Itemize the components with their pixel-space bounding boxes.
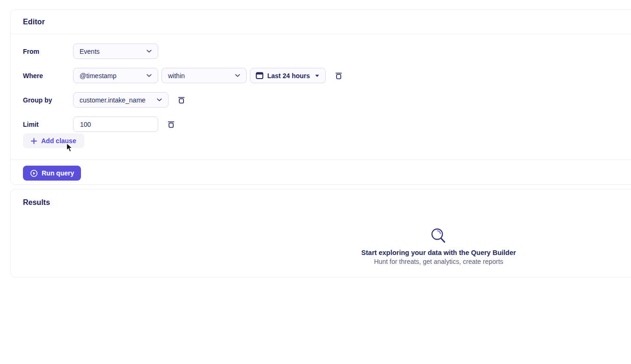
run-query-button[interactable]: Run query (23, 166, 81, 181)
time-range-value: Last 24 hours (267, 72, 310, 80)
trash-icon (177, 95, 186, 104)
from-source-dropdown[interactable]: Events (73, 44, 158, 59)
group-by-value: customer.intake_name (80, 96, 146, 104)
where-label: Where (23, 72, 66, 80)
remove-clause-button[interactable] (333, 71, 344, 81)
from-label: From (23, 48, 66, 55)
results-panel: Results Start exploring your data with t… (10, 189, 631, 277)
add-clause-label: Add clause (41, 137, 76, 145)
limit-label: Limit (23, 121, 66, 128)
magnifier-icon (298, 227, 579, 245)
chevron-down-icon (235, 74, 240, 77)
editor-title: Editor (23, 18, 45, 26)
from-clause-row: From Events (23, 44, 625, 59)
query-builder-form: From Events Where @timestamp within (11, 34, 631, 148)
where-operator-value: within (168, 72, 185, 80)
where-field-dropdown[interactable]: @timestamp (73, 68, 158, 83)
play-icon (30, 169, 38, 177)
plus-icon (31, 138, 37, 144)
trash-icon (334, 71, 343, 80)
empty-state-subtitle: Hunt for threats, get analytics, create … (298, 258, 579, 265)
trash-icon (167, 120, 176, 129)
time-range-picker-button[interactable]: Last 24 hours (250, 68, 326, 83)
from-source-value: Events (80, 48, 100, 55)
editor-header: Editor (11, 10, 631, 34)
where-clause-row: Where @timestamp within (23, 68, 625, 83)
results-title: Results (11, 189, 631, 207)
add-clause-button[interactable]: Add clause (23, 133, 84, 148)
limit-input[interactable] (73, 116, 158, 132)
group-by-dropdown[interactable]: customer.intake_name (73, 92, 169, 108)
calendar-icon (256, 72, 264, 80)
group-by-label: Group by (23, 96, 66, 104)
empty-state-title: Start exploring your data with the Query… (298, 249, 579, 256)
limit-clause-row: Limit (23, 116, 625, 132)
chevron-down-icon (157, 98, 162, 102)
results-empty-state: Start exploring your data with the Query… (298, 227, 579, 265)
where-field-value: @timestamp (80, 72, 117, 80)
editor-panel: Editor From Events Where @timestamp w (10, 9, 631, 185)
chevron-down-icon (147, 74, 152, 77)
editor-footer-divider (11, 160, 631, 160)
where-operator-dropdown[interactable]: within (161, 68, 247, 83)
run-query-label: Run query (42, 169, 74, 177)
remove-clause-button[interactable] (176, 95, 186, 105)
remove-clause-button[interactable] (166, 119, 176, 130)
caret-down-icon (315, 74, 319, 77)
group-by-clause-row: Group by customer.intake_name (23, 92, 625, 108)
chevron-down-icon (147, 50, 152, 53)
